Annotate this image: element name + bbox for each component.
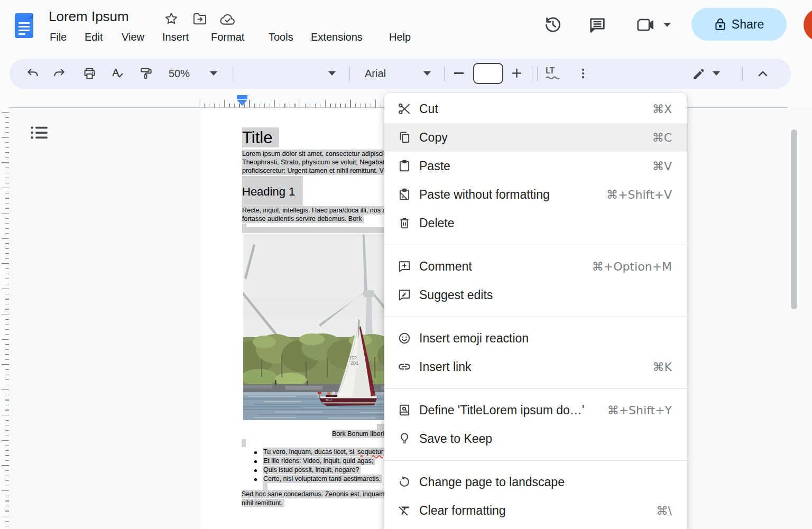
- share-button[interactable]: Share: [691, 8, 787, 41]
- meet-dropdown-caret[interactable]: [663, 23, 671, 27]
- docs-logo-fold: [28, 13, 33, 18]
- menu-item-cut[interactable]: Cut⌘X: [384, 95, 687, 123]
- menu-item-paste-without-formatting[interactable]: Paste without formatting⌘+Shift+V: [384, 180, 687, 209]
- share-button-label: Share: [732, 17, 764, 32]
- menu-item-clear-formatting[interactable]: Clear formatting⌘\: [384, 496, 687, 525]
- paste-icon: [398, 159, 411, 173]
- avatar[interactable]: [804, 8, 812, 41]
- vertical-scrollbar[interactable]: [791, 129, 797, 309]
- doc-heading1-text: Heading 1: [242, 185, 295, 199]
- doc-caption: Bork Bonum liberi: [332, 430, 386, 438]
- undo-icon[interactable]: [26, 67, 40, 80]
- languagetool-icon[interactable]: LT: [546, 66, 560, 79]
- docs-logo[interactable]: [15, 13, 33, 38]
- menu-help[interactable]: Help: [389, 31, 411, 43]
- menu-item-copy[interactable]: Copy⌘C: [384, 123, 687, 152]
- emoji-icon: [398, 331, 411, 345]
- landscape-icon: [398, 475, 411, 489]
- menu-extensions[interactable]: Extensions: [311, 31, 363, 43]
- menu-item-paste[interactable]: Paste⌘V: [384, 152, 687, 180]
- menu-format[interactable]: Format: [211, 31, 244, 43]
- doc-title-text: Title: [242, 128, 272, 147]
- font-size-increase[interactable]: [512, 68, 522, 78]
- menu-tools[interactable]: Tools: [269, 31, 293, 43]
- clear-formatting-icon: [398, 504, 411, 517]
- document-title[interactable]: Lorem Ipsum: [49, 8, 129, 25]
- font-size-input[interactable]: [473, 63, 503, 84]
- editing-mode-caret[interactable]: [713, 71, 720, 76]
- move-folder-icon[interactable]: [192, 12, 207, 26]
- font-family-value[interactable]: Arial: [365, 68, 386, 80]
- menu-edit[interactable]: Edit: [85, 31, 103, 43]
- document-outline-icon[interactable]: [31, 126, 49, 140]
- print-icon[interactable]: [82, 67, 97, 81]
- menu-item-comment[interactable]: Comment⌘+Option+M: [384, 252, 687, 281]
- spellcheck-icon[interactable]: [110, 67, 124, 81]
- indent-marker[interactable]: [237, 95, 247, 99]
- suggest-edits-icon: [398, 288, 411, 302]
- toolbar: [10, 59, 791, 89]
- version-history-icon[interactable]: [543, 15, 562, 34]
- collapse-toolbar-icon[interactable]: [755, 68, 771, 79]
- menu-item-change-page-landscape[interactable]: Change page to landscape: [384, 468, 687, 496]
- paint-format-icon[interactable]: [139, 67, 153, 81]
- zoom-caret[interactable]: [210, 71, 217, 76]
- comment-icon: [398, 259, 411, 273]
- cloud-saved-icon[interactable]: [219, 13, 236, 26]
- comments-icon[interactable]: [588, 15, 607, 34]
- copy-icon: [398, 131, 411, 144]
- font-size-decrease[interactable]: [454, 72, 464, 74]
- styles-caret[interactable]: [328, 71, 336, 76]
- menu-item-define[interactable]: Define 'TitleLorem ipsum do…'⌘+Shift+Y: [384, 396, 687, 424]
- paste-without-formatting-icon: [398, 188, 411, 201]
- svg-text:102: 102: [349, 355, 357, 360]
- menu-file[interactable]: File: [50, 31, 67, 43]
- define-icon: [398, 403, 411, 417]
- redo-icon[interactable]: [52, 67, 66, 80]
- font-caret[interactable]: [423, 71, 431, 76]
- context-menu: Cut⌘X Copy⌘C Paste⌘V Paste without forma…: [384, 93, 687, 529]
- meet-video-icon[interactable]: [634, 16, 656, 33]
- menu-item-insert-emoji[interactable]: Insert emoji reaction: [384, 324, 687, 352]
- toolbar-overflow-icon[interactable]: [576, 67, 590, 80]
- svg-text:BL-1: BL-1: [326, 398, 333, 402]
- zoom-value[interactable]: 50%: [169, 68, 190, 80]
- menu-view[interactable]: View: [122, 31, 144, 43]
- indent-marker-triangle[interactable]: [237, 100, 247, 106]
- editing-mode-pen-icon[interactable]: [691, 67, 706, 81]
- menu-item-delete[interactable]: Delete: [384, 209, 687, 237]
- menu-insert[interactable]: Insert: [162, 31, 189, 43]
- cut-icon: [398, 102, 411, 116]
- doc-content[interactable]: Title Lorem ipsum dolor sit amet, consec…: [199, 108, 414, 529]
- delete-icon: [398, 216, 411, 230]
- insert-link-icon: [398, 360, 411, 374]
- star-icon[interactable]: [164, 11, 179, 26]
- keep-icon: [398, 432, 411, 446]
- menu-item-save-to-keep[interactable]: Save to Keep: [384, 424, 687, 453]
- lock-icon: [714, 17, 726, 31]
- svg-text:201: 201: [350, 360, 358, 366]
- menu-item-suggest-edits[interactable]: Suggest edits: [384, 281, 687, 309]
- menu-item-insert-link[interactable]: Insert link⌘K: [384, 352, 687, 381]
